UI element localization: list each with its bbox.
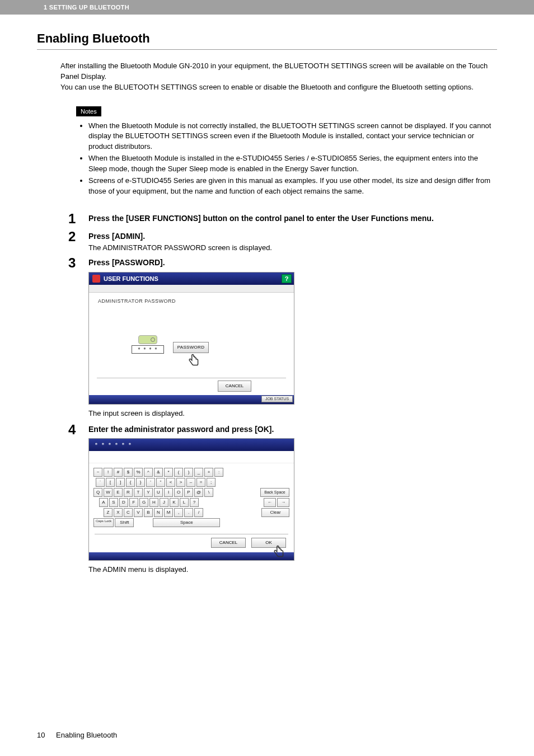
key[interactable]: V xyxy=(134,508,143,517)
key[interactable]: ~ xyxy=(93,468,102,477)
key[interactable]: { xyxy=(126,478,135,487)
app-icon xyxy=(92,275,100,283)
key[interactable]: } xyxy=(136,478,145,487)
password-mask-display: ＊＊＊＊＊＊ xyxy=(89,439,294,451)
key[interactable]: , xyxy=(174,508,183,517)
key[interactable]: G xyxy=(139,498,148,507)
note-item: When the Bluetooth Module is not correct… xyxy=(88,121,497,153)
space-key[interactable]: Space xyxy=(153,518,220,527)
screenshot-password: USER FUNCTIONS ? ADMINISTRATOR PASSWORD … xyxy=(88,272,294,405)
hand-pointer-icon xyxy=(271,544,286,560)
key[interactable]: : xyxy=(214,468,223,477)
key[interactable]: – xyxy=(186,478,195,487)
step-number: 4 xyxy=(68,423,88,436)
step-title: Press [ADMIN]. xyxy=(88,231,497,242)
hand-pointer-icon xyxy=(186,353,201,369)
key[interactable]: K xyxy=(170,498,179,507)
key[interactable]: L xyxy=(180,498,189,507)
key[interactable]: > xyxy=(176,478,185,487)
key[interactable]: S xyxy=(109,498,118,507)
key[interactable]: ; xyxy=(207,478,216,487)
step-title: Press [PASSWORD]. xyxy=(88,257,497,269)
intro-line-2: You can use the BLUETOOTH SETTINGS scree… xyxy=(60,82,497,93)
key[interactable]: ( xyxy=(174,468,183,477)
step-caption: The input screen is displayed. xyxy=(88,409,497,417)
key[interactable]: O xyxy=(174,488,183,497)
key[interactable]: C xyxy=(124,508,133,517)
note-item: Screens of e-STUDIO455 Series are given … xyxy=(88,176,497,197)
key[interactable]: " xyxy=(156,478,165,487)
step-title: Enter the administrator password and pre… xyxy=(88,424,497,435)
key[interactable]: < xyxy=(166,478,175,487)
key[interactable]: [ xyxy=(106,478,115,487)
key[interactable]: Z xyxy=(104,508,113,517)
key[interactable]: J xyxy=(160,498,168,507)
page-footer: 10 Enabling Bluetooth xyxy=(37,731,117,739)
admin-password-label: ADMINISTRATOR PASSWORD xyxy=(98,298,285,304)
key[interactable]: . xyxy=(184,508,193,517)
arrow-left-key[interactable]: ← xyxy=(264,498,276,507)
notes-label: Notes xyxy=(76,106,101,116)
step-subtext: The ADMINISTRATOR PASSWORD screen is dis… xyxy=(88,243,497,252)
key[interactable]: W xyxy=(104,488,113,497)
step-number: 1 xyxy=(68,212,88,226)
key[interactable]: E xyxy=(114,488,123,497)
key[interactable]: H xyxy=(149,498,158,507)
key[interactable]: & xyxy=(154,468,163,477)
arrow-right-key[interactable]: → xyxy=(277,498,289,507)
key[interactable]: * xyxy=(164,468,173,477)
key[interactable]: $ xyxy=(124,468,133,477)
key[interactable]: @ xyxy=(194,488,203,497)
key[interactable]: B xyxy=(144,508,153,517)
backspace-key[interactable]: Back Space xyxy=(260,488,289,497)
help-icon[interactable]: ? xyxy=(282,274,292,283)
step-caption: The ADMIN menu is displayed. xyxy=(88,565,497,574)
password-mask: ＊＊＊＊ xyxy=(132,345,164,354)
step-number: 2 xyxy=(68,230,88,243)
job-status-button[interactable]: JOB STATUS xyxy=(261,396,293,402)
intro-line-1: After installing the Bluetooth Module GN… xyxy=(60,61,497,82)
key[interactable]: + xyxy=(204,468,213,477)
key[interactable]: U xyxy=(154,488,163,497)
key[interactable]: ! xyxy=(104,468,113,477)
key[interactable]: Y xyxy=(144,488,153,497)
key[interactable]: _ xyxy=(194,468,203,477)
onscreen-keyboard: ~ ! # $ % ^ & * ( ) _ + : xyxy=(89,463,294,530)
step-title: Press the [USER FUNCTIONS] button on the… xyxy=(88,213,497,224)
clear-key[interactable]: Clear xyxy=(261,508,289,517)
page-title: Enabling Bluetooth xyxy=(37,31,497,50)
key[interactable]: D xyxy=(119,498,128,507)
key[interactable]: T xyxy=(134,488,143,497)
key[interactable]: ' xyxy=(146,478,155,487)
window-title: USER FUNCTIONS xyxy=(104,275,158,282)
key[interactable]: M xyxy=(164,508,173,517)
cancel-button[interactable]: CANCEL xyxy=(218,381,251,392)
notes-list: When the Bluetooth Module is not correct… xyxy=(76,121,497,197)
key[interactable]: / xyxy=(194,508,203,517)
password-field-graphic: ＊＊＊＊ xyxy=(132,335,164,354)
key[interactable]: F xyxy=(129,498,138,507)
key[interactable]: ] xyxy=(116,478,125,487)
footer-title: Enabling Bluetooth xyxy=(56,731,117,739)
key[interactable]: A xyxy=(99,498,108,507)
key[interactable]: = xyxy=(196,478,205,487)
key[interactable]: I xyxy=(164,488,173,497)
capslock-key[interactable]: Caps Lock xyxy=(93,518,114,527)
key[interactable]: # xyxy=(114,468,123,477)
step-number: 3 xyxy=(68,256,88,270)
key[interactable]: P xyxy=(184,488,193,497)
shift-key[interactable]: Shift xyxy=(115,518,134,527)
key[interactable]: \ xyxy=(204,488,213,497)
password-button[interactable]: PASSWORD xyxy=(173,342,209,353)
key[interactable]: Q xyxy=(93,488,102,497)
key[interactable]: X xyxy=(114,508,123,517)
key[interactable]: N xyxy=(154,508,163,517)
key[interactable]: R xyxy=(124,488,133,497)
key[interactable]: ? xyxy=(190,498,199,507)
key[interactable]: ) xyxy=(184,468,193,477)
key[interactable]: ` xyxy=(96,478,105,487)
key[interactable]: ^ xyxy=(144,468,153,477)
chapter-header: 1 SETTING UP BLUETOOTH xyxy=(0,0,534,15)
key[interactable]: % xyxy=(134,468,143,477)
cancel-button[interactable]: CANCEL xyxy=(211,538,246,548)
